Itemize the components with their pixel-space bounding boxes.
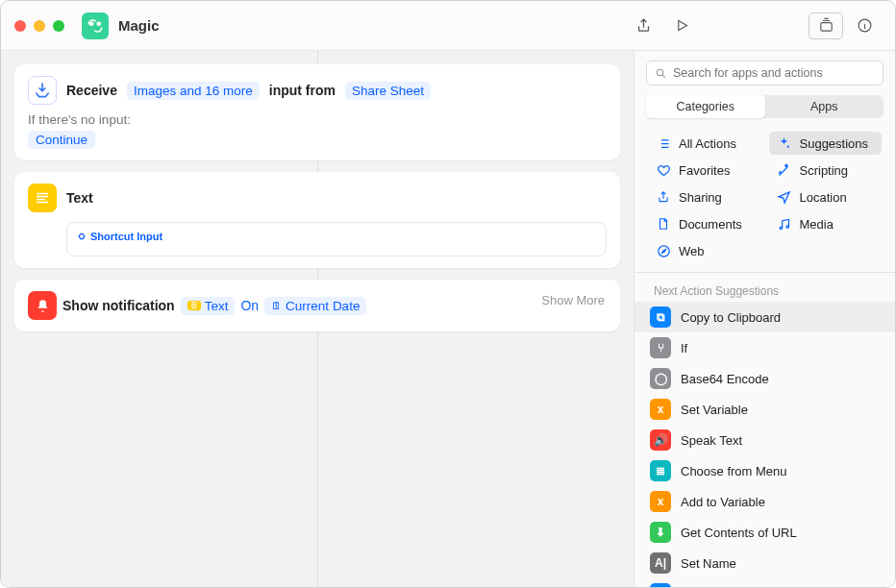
suggestion-icon: ⬇ <box>650 522 671 543</box>
fullscreen-window-button[interactable] <box>53 20 64 32</box>
suggestion-if[interactable]: ⑂If <box>635 332 895 363</box>
input-icon <box>28 76 57 105</box>
category-all-actions[interactable]: All Actions <box>648 132 761 155</box>
text-field[interactable]: Shortcut Input <box>66 222 607 257</box>
svg-point-5 <box>658 245 668 256</box>
svg-point-1 <box>97 22 100 25</box>
suggestion-icon: ⬒ <box>650 583 671 587</box>
category-web[interactable]: Web <box>648 239 761 262</box>
titlebar: Magic <box>1 1 895 51</box>
run-button[interactable] <box>664 12 699 39</box>
suggestion-icon: A| <box>650 552 671 574</box>
window-controls <box>14 20 64 32</box>
share-button[interactable] <box>626 12 660 39</box>
suggestion-show-alert[interactable]: ⬒Show Alert <box>635 578 895 587</box>
suggestion-icon: ◯ <box>650 368 671 389</box>
category-favorites[interactable]: Favorites <box>648 159 761 182</box>
sparkle-icon <box>777 135 792 151</box>
suggestion-speak-text[interactable]: 🔊Speak Text <box>635 425 895 455</box>
input-types-token[interactable]: Images and 16 more <box>127 82 260 100</box>
categories-grid: All ActionsSuggestionsFavoritesScripting… <box>635 126 895 273</box>
notification-text-token[interactable]: ≣ Text <box>181 297 236 315</box>
text-action[interactable]: Text Shortcut Input <box>14 172 620 268</box>
category-documents[interactable]: Documents <box>648 212 761 235</box>
app-window: Magic <box>0 0 896 588</box>
no-input-label: If there's no input: <box>28 112 607 127</box>
share-icon <box>656 189 671 205</box>
wand-icon <box>777 162 792 178</box>
actions-sidebar: Categories Apps All ActionsSuggestionsFa… <box>634 51 895 587</box>
category-suggestions[interactable]: Suggestions <box>769 132 883 155</box>
suggestion-icon: ⧉ <box>650 306 671 328</box>
svg-rect-2 <box>820 23 831 32</box>
suggestion-choose-from-menu[interactable]: ≣Choose from Menu <box>635 455 895 486</box>
tab-apps[interactable]: Apps <box>765 95 884 118</box>
show-more-button[interactable]: Show More <box>541 293 605 307</box>
svg-point-4 <box>657 69 663 76</box>
suggestion-copy-to-clipboard[interactable]: ⧉Copy to Clipboard <box>635 302 895 332</box>
close-window-button[interactable] <box>14 20 26 32</box>
suggestion-icon: 🔊 <box>650 429 671 451</box>
suggestion-icon: ⑂ <box>650 337 671 358</box>
notification-title: Show notification <box>62 298 175 313</box>
suggestion-icon: ≣ <box>650 460 671 481</box>
suggestion-icon: x <box>650 491 671 512</box>
no-input-action-token[interactable]: Continue <box>28 131 95 149</box>
suggestion-set-name[interactable]: A|Set Name <box>635 548 895 578</box>
suggestions-list: ⧉Copy to Clipboard⑂If◯Base64 EncodexSet … <box>635 302 895 587</box>
category-location[interactable]: Location <box>769 185 883 208</box>
suggestion-icon: x <box>650 399 671 420</box>
search-icon <box>655 67 667 80</box>
text-icon <box>28 184 57 212</box>
heart-icon <box>656 162 671 178</box>
suggestion-add-to-variable[interactable]: xAdd to Variable <box>635 486 895 517</box>
category-sharing[interactable]: Sharing <box>648 185 761 208</box>
tab-categories[interactable]: Categories <box>646 95 765 118</box>
receive-verb: Receive <box>66 83 117 98</box>
search-field[interactable] <box>646 61 884 86</box>
category-scripting[interactable]: Scripting <box>769 159 883 182</box>
suggestion-set-variable[interactable]: xSet Variable <box>635 394 895 425</box>
doc-icon <box>656 216 671 232</box>
safari-icon <box>656 243 671 258</box>
suggestion-get-contents-of-url[interactable]: ⬇Get Contents of URL <box>635 517 895 548</box>
shortcut-icon <box>82 12 109 39</box>
minimize-window-button[interactable] <box>34 20 45 32</box>
receive-input-action[interactable]: Receive Images and 16 more input from Sh… <box>14 64 620 160</box>
nav-icon <box>777 189 792 205</box>
shortcut-title: Magic <box>118 17 160 34</box>
info-button[interactable] <box>847 12 882 39</box>
notification-date-token[interactable]: 🗓 Current Date <box>264 297 366 315</box>
suggestions-header: Next Action Suggestions <box>635 273 895 302</box>
workflow-editor: Receive Images and 16 more input from Sh… <box>1 51 634 587</box>
list-icon <box>656 135 671 151</box>
library-button[interactable] <box>809 12 843 39</box>
notification-on-token[interactable]: On <box>240 298 259 313</box>
show-notification-action[interactable]: Show More Show notification ≣ Text On � <box>14 280 620 331</box>
sidebar-segmented-control[interactable]: Categories Apps <box>646 95 884 118</box>
svg-point-0 <box>90 22 93 25</box>
category-media[interactable]: Media <box>769 212 883 235</box>
search-input[interactable] <box>673 66 875 80</box>
input-from-label: input from <box>269 83 336 98</box>
shortcut-input-variable[interactable]: Shortcut Input <box>77 231 162 242</box>
input-source-token[interactable]: Share Sheet <box>345 82 431 100</box>
text-action-title: Text <box>66 190 93 206</box>
music-icon <box>777 216 792 232</box>
suggestion-base64-encode[interactable]: ◯Base64 Encode <box>635 363 895 394</box>
notification-icon <box>28 291 57 320</box>
